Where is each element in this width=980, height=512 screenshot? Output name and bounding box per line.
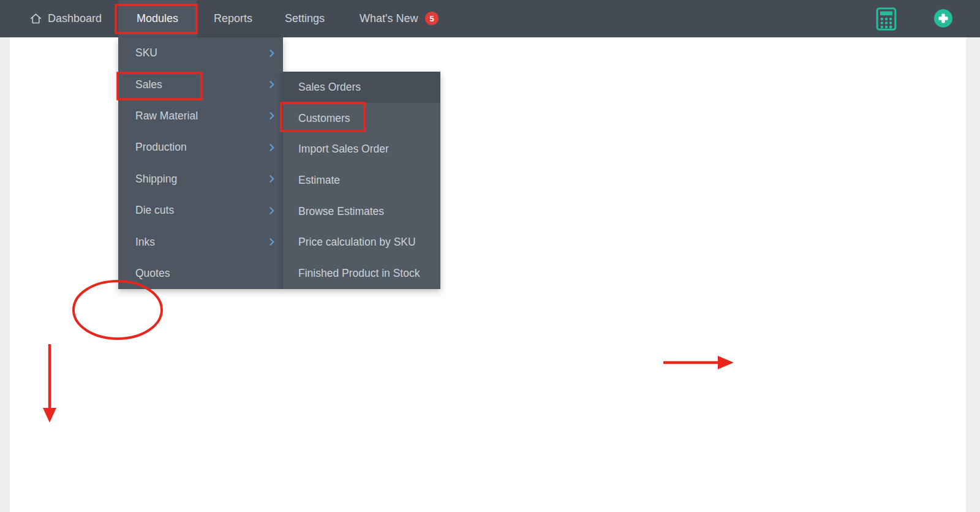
submenu-item-customers[interactable]: Customers: [283, 103, 440, 134]
menu-label: Production: [135, 141, 187, 154]
chevron-right-icon: [269, 206, 274, 214]
home-icon: [29, 12, 42, 25]
menu-label: Shipping: [135, 173, 177, 186]
menu-label: Inks: [135, 236, 155, 249]
menu-label: Quotes: [135, 267, 170, 280]
menu-item-shipping[interactable]: Shipping: [118, 164, 283, 195]
nav-modules-label: Modules: [137, 12, 178, 25]
menu-label: Die cuts: [135, 204, 174, 217]
menu-item-raw-material[interactable]: Raw Material: [118, 100, 283, 132]
app-window: Overview U O LABELS 54 405 Main Street N…: [0, 0, 980, 512]
submenu-item-price-calculation-by-sku[interactable]: Price calculation by SKU: [283, 227, 440, 258]
sales-submenu: Sales Orders Customers Import Sales Orde…: [283, 72, 440, 289]
submenu-item-sales-orders[interactable]: Sales Orders: [283, 72, 440, 103]
nav-item-modules[interactable]: Modules: [118, 0, 197, 37]
submenu-item-finished-product-in-stock[interactable]: Finished Product in Stock: [283, 258, 440, 289]
nav-dashboard-label: Dashboard: [48, 12, 102, 25]
menu-label: Sales: [135, 78, 162, 91]
nav-settings-label: Settings: [285, 12, 325, 25]
chevron-right-icon: [269, 143, 274, 151]
submenu-item-estimate[interactable]: Estimate: [283, 165, 440, 196]
menu-item-die-cuts[interactable]: Die cuts: [118, 195, 283, 226]
menu-item-quotes[interactable]: Quotes: [118, 258, 283, 289]
submenu-item-import-sales-order[interactable]: Import Sales Order: [283, 134, 440, 165]
top-navbar: Dashboard Modules Reports Settings What'…: [0, 0, 980, 37]
chevron-right-icon: [269, 112, 274, 120]
menu-item-production[interactable]: Production: [118, 132, 283, 163]
menu-item-inks[interactable]: Inks: [118, 226, 283, 257]
nav-item-settings[interactable]: Settings: [285, 0, 325, 37]
chevron-right-icon: [269, 175, 274, 183]
chevron-right-icon: [269, 49, 274, 57]
nav-item-reports[interactable]: Reports: [214, 0, 252, 37]
nav-item-whats-new[interactable]: What's New: [360, 0, 418, 37]
chevron-right-icon: [269, 81, 274, 89]
calculator-icon[interactable]: [876, 7, 897, 31]
menu-item-sku[interactable]: SKU: [118, 37, 283, 69]
chevron-right-icon: [269, 238, 274, 246]
add-icon[interactable]: [933, 9, 953, 28]
nav-item-dashboard[interactable]: Dashboard: [29, 0, 102, 37]
whats-new-badge: 5: [425, 12, 439, 25]
nav-reports-label: Reports: [214, 12, 252, 25]
menu-item-sales[interactable]: Sales: [118, 69, 283, 100]
menu-label: Raw Material: [135, 110, 198, 122]
submenu-item-browse-estimates[interactable]: Browse Estimates: [283, 196, 440, 227]
menu-label: SKU: [135, 47, 157, 59]
modules-dropdown-menu: SKU Sales Raw Material Production Shippi…: [118, 37, 283, 289]
nav-whats-new-label: What's New: [360, 12, 418, 25]
